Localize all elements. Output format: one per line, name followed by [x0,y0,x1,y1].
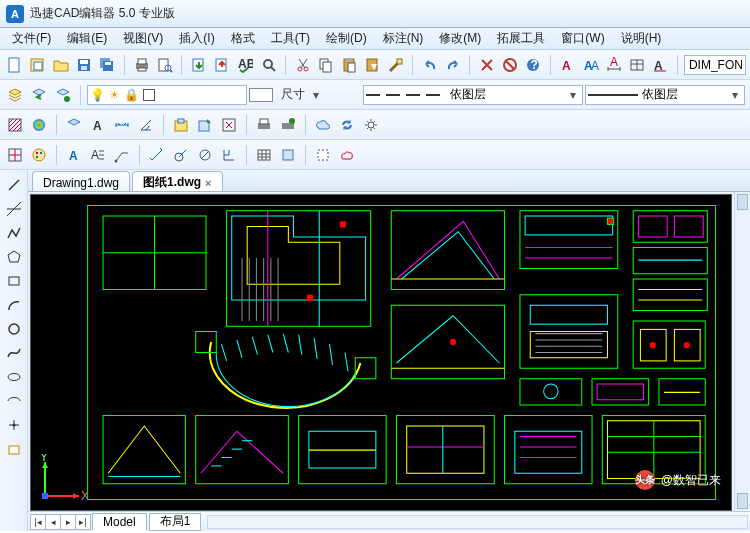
menu-insert[interactable]: 插入(I) [171,28,222,49]
settings-icon[interactable] [360,114,382,136]
hatch-icon[interactable] [4,114,26,136]
menu-window[interactable]: 窗口(W) [553,28,612,49]
menu-view[interactable]: 视图(V) [115,28,171,49]
menu-extend[interactable]: 拓展工具 [489,28,553,49]
paste-special-icon[interactable]: ▾ [362,54,383,76]
tablestyle-icon[interactable] [627,54,648,76]
publish-icon[interactable] [277,114,299,136]
ellipse-icon[interactable] [3,366,25,388]
dropdown-icon[interactable]: ▾ [570,88,576,102]
paste-icon[interactable] [339,54,360,76]
drawing-canvas[interactable]: X Y 头条 @数智已来 [30,194,732,511]
save-icon[interactable] [74,54,95,76]
dim-angular-icon[interactable] [135,114,157,136]
line-icon[interactable] [3,174,25,196]
spellcheck-icon[interactable]: ABC [235,54,256,76]
copy-icon[interactable] [315,54,336,76]
dim-aligned-icon[interactable] [146,144,168,166]
menu-modify[interactable]: 修改(M) [431,28,489,49]
linetype-field[interactable]: 依图层 ▾ [363,85,583,105]
xref-icon[interactable] [218,114,240,136]
polyline-icon[interactable] [3,222,25,244]
nav-prev-icon[interactable]: ◂ [45,514,61,530]
find-icon[interactable] [258,54,279,76]
layer-states-icon[interactable] [52,84,74,106]
tab-drawing2[interactable]: 图纸1.dwg × [132,171,222,191]
wipeout-icon[interactable] [312,144,334,166]
horizontal-scrollbar[interactable] [207,515,748,529]
hatch2-icon[interactable] [4,144,26,166]
dim-ordinate-icon[interactable] [218,144,240,166]
cut-icon[interactable] [292,54,313,76]
open-icon[interactable] [50,54,71,76]
cloud-icon[interactable] [312,114,334,136]
match-prop-icon[interactable] [385,54,406,76]
dimstyle-field[interactable]: DIM_FON [684,55,746,75]
dimstyle-icon[interactable]: A [603,54,624,76]
menu-dimension[interactable]: 标注(N) [375,28,432,49]
spline-icon[interactable] [3,342,25,364]
new-icon[interactable] [4,54,25,76]
dim-diameter-icon[interactable] [194,144,216,166]
dropdown-icon[interactable]: ▾ [313,88,319,102]
cancel-icon[interactable] [500,54,521,76]
palette-icon[interactable] [28,144,50,166]
block-icon[interactable] [170,114,192,136]
tab-layout1[interactable]: 布局1 [149,513,202,531]
sync-icon[interactable] [336,114,358,136]
help-icon[interactable]: ? [523,54,544,76]
tab-model[interactable]: Model [92,513,147,531]
menu-tools[interactable]: 工具(T) [263,28,318,49]
tab-drawing1[interactable]: Drawing1.dwg [32,171,130,191]
xline-icon[interactable] [3,198,25,220]
insert-block-icon[interactable] [194,114,216,136]
nav-first-icon[interactable]: |◂ [30,514,46,530]
print-icon[interactable] [131,54,152,76]
circle-icon[interactable] [3,318,25,340]
layer-freeze-icon[interactable] [63,114,85,136]
menu-format[interactable]: 格式 [223,28,263,49]
gradient-icon[interactable] [28,114,50,136]
dim-linear-icon[interactable] [111,114,133,136]
textstyle2-icon[interactable]: AA [580,54,601,76]
revision-cloud-icon[interactable] [336,144,358,166]
layer-manager-icon[interactable] [4,84,26,106]
menu-draw[interactable]: 绘制(D) [318,28,375,49]
text-a-icon[interactable]: A [87,114,109,136]
plot-icon[interactable] [253,114,275,136]
ellipse-arc-icon[interactable] [3,390,25,412]
leader-icon[interactable] [111,144,133,166]
saveall-icon[interactable] [97,54,118,76]
template-icon[interactable] [27,54,48,76]
mlstyle-icon[interactable]: A [650,54,671,76]
arc-icon[interactable] [3,294,25,316]
vertical-scrollbar[interactable] [734,192,750,511]
textstyle-icon[interactable]: A [557,54,578,76]
layer-prev-icon[interactable] [28,84,50,106]
nav-next-icon[interactable]: ▸ [60,514,76,530]
import-icon[interactable] [188,54,209,76]
erase-icon[interactable] [476,54,497,76]
nav-last-icon[interactable]: ▸| [75,514,91,530]
undo-icon[interactable] [419,54,440,76]
redo-icon[interactable] [442,54,463,76]
close-icon[interactable]: × [205,177,211,189]
point-icon[interactable] [3,414,25,436]
menu-edit[interactable]: 编辑(E) [59,28,115,49]
lineweight-field[interactable]: 依图层 ▾ [585,85,745,105]
rectangle-icon[interactable] [3,270,25,292]
text-b-icon[interactable]: A [63,144,85,166]
menu-help[interactable]: 说明(H) [613,28,670,49]
color-swatch[interactable] [249,88,273,102]
layer-current-field[interactable]: 💡 ☀ 🔒 [87,85,247,105]
table-icon[interactable] [253,144,275,166]
polygon-icon[interactable] [3,246,25,268]
dropdown-icon[interactable]: ▾ [732,88,738,102]
mtext-icon[interactable]: A [87,144,109,166]
menu-file[interactable]: 文件(F) [4,28,59,49]
print-preview-icon[interactable] [154,54,175,76]
block-insert-icon[interactable] [3,438,25,460]
region-icon[interactable] [277,144,299,166]
export-icon[interactable] [212,54,233,76]
dim-radius-icon[interactable] [170,144,192,166]
